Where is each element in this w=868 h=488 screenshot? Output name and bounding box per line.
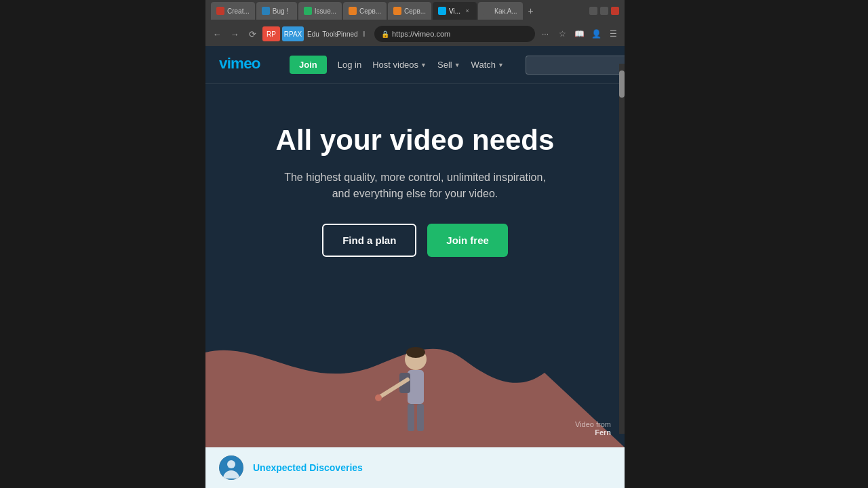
tab-label: Vi... [449, 7, 460, 15]
window-controls [589, 7, 619, 15]
hero-illustration [205, 298, 625, 447]
close-button[interactable] [611, 7, 619, 15]
tab-add-button[interactable]: + [524, 4, 538, 18]
channel-avatar [219, 455, 243, 480]
tab-issue[interactable]: Issue... [298, 2, 342, 20]
tab-label: Серв... [359, 7, 381, 15]
hero-title: All your video needs [276, 125, 555, 156]
menu-icon[interactable]: ☰ [606, 26, 620, 41]
tab-favicon [484, 7, 492, 15]
vimeo-logo[interactable]: vimeo [219, 54, 273, 77]
tab-favicon [393, 7, 401, 15]
channel-name[interactable]: Unexpected Discoveries [253, 462, 363, 473]
address-bar: ← → ⟳ RP RPAX Edu Tools Pinned I 🔒 https… [205, 22, 625, 46]
tab-serv1[interactable]: Серв... [343, 2, 387, 20]
tab-favicon [262, 7, 270, 15]
bottom-section: Unexpected Discoveries [205, 447, 625, 488]
forward-button[interactable]: → [227, 26, 242, 41]
tab-label: Серв... [404, 7, 426, 15]
bookmark-i[interactable]: I [357, 26, 372, 41]
tab-label: Bug ! [273, 7, 288, 15]
vimeo-navbar: vimeo Join Log in Host videos ▼ Sell ▼ W… [205, 46, 625, 84]
find-plan-button[interactable]: Find a plan [322, 224, 416, 257]
nav-join-button[interactable]: Join [290, 56, 327, 74]
nav-login-link[interactable]: Log in [338, 60, 361, 70]
tab-vimeo[interactable]: Vi... × [433, 2, 477, 20]
tab-label: Creat... [227, 7, 250, 15]
nav-sell-link[interactable]: Sell ▼ [437, 60, 460, 70]
bookmark-rpax[interactable]: RPAX [282, 26, 304, 41]
watch-chevron: ▼ [498, 62, 504, 68]
tab-favicon [216, 7, 224, 15]
host-videos-chevron: ▼ [420, 62, 427, 68]
svg-point-8 [375, 394, 382, 401]
tab-label: Как.А... [494, 7, 517, 15]
tab-favicon [438, 7, 446, 15]
video-credit-prefix: Video from [575, 420, 611, 428]
refresh-button[interactable]: ⟳ [245, 26, 260, 41]
tab-close-button[interactable]: × [463, 7, 471, 15]
scrollbar-thumb[interactable] [619, 70, 625, 98]
tab-bug[interactable]: Bug ! [256, 2, 297, 20]
search-input[interactable] [532, 60, 625, 70]
tab-strip: Creat... Bug ! Issue... Серв... Серв... [211, 2, 588, 20]
bookmark-edu[interactable]: Edu [306, 26, 321, 41]
minimize-button[interactable] [589, 7, 597, 15]
browser-window: Creat... Bug ! Issue... Серв... Серв... [205, 0, 625, 488]
tab-favicon [304, 7, 312, 15]
tab-serv2[interactable]: Серв... [388, 2, 431, 20]
toolbar-icons: ··· ☆ 📖 👤 ☰ [538, 26, 620, 41]
tab-kak[interactable]: Как.А... [478, 2, 523, 20]
sell-chevron: ▼ [454, 62, 460, 68]
bookmark-pinned[interactable]: Pinned [340, 26, 355, 41]
reading-icon[interactable]: 📖 [572, 26, 587, 41]
join-free-button[interactable]: Join free [427, 224, 508, 257]
star-icon[interactable]: ☆ [555, 26, 570, 41]
back-button[interactable]: ← [210, 26, 224, 41]
hero-section: All your video needs The highest quality… [205, 84, 625, 447]
svg-rect-5 [408, 404, 414, 431]
tab-create[interactable]: Creat... [211, 2, 255, 20]
svg-rect-6 [417, 404, 424, 431]
nav-watch-link[interactable]: Watch ▼ [471, 60, 504, 70]
svg-point-11 [227, 460, 235, 468]
video-credit: Video from Fern [575, 420, 611, 436]
tab-favicon [349, 7, 357, 15]
tab-bar: Creat... Bug ! Issue... Серв... Серв... [205, 0, 625, 22]
scrollbar[interactable] [619, 64, 625, 434]
video-credit-name: Fern [575, 428, 611, 436]
ssl-lock-icon: 🔒 [381, 30, 389, 38]
hero-subtitle: The highest quality, more control, unlim… [279, 169, 551, 202]
svg-text:vimeo: vimeo [219, 54, 260, 71]
url-bar[interactable]: 🔒 https://vimeo.com [374, 26, 535, 42]
svg-point-9 [406, 347, 425, 358]
bookmark-tools[interactable]: Tools [323, 26, 338, 41]
url-text: https://vimeo.com [392, 30, 450, 38]
tab-label: Issue... [315, 7, 336, 15]
more-button[interactable]: ··· [538, 26, 553, 41]
profile-icon[interactable]: 👤 [589, 26, 604, 41]
nav-host-videos-link[interactable]: Host videos ▼ [372, 60, 427, 70]
bookmark-rp[interactable]: RP [262, 26, 280, 41]
search-box[interactable]: 🔍 [526, 56, 625, 75]
vimeo-page: vimeo Join Log in Host videos ▼ Sell ▼ W… [205, 46, 625, 488]
maximize-button[interactable] [600, 7, 608, 15]
hero-buttons: Find a plan Join free [322, 224, 508, 257]
